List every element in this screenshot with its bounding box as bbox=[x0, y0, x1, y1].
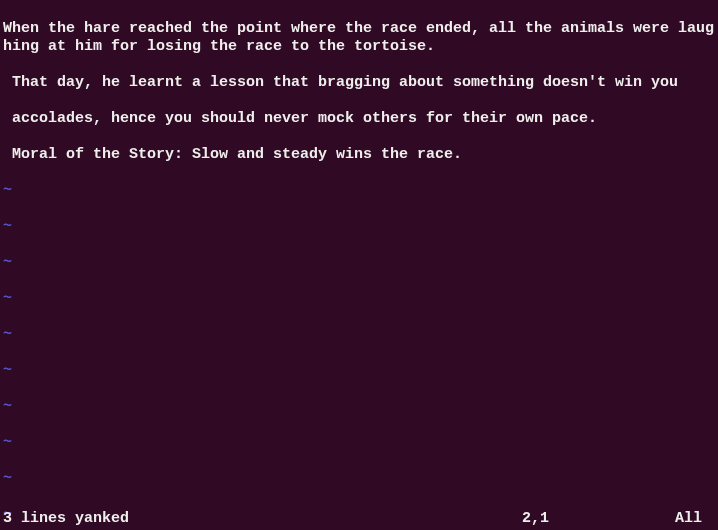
text-line: Moral of the Story: Slow and steady wins… bbox=[3, 146, 715, 164]
status-line: 3 lines yanked 2,1 All bbox=[0, 510, 718, 528]
empty-line-tilde: ~ bbox=[3, 326, 715, 344]
text-line: That day, he learnt a lesson that braggi… bbox=[3, 74, 715, 92]
scroll-indicator: All bbox=[675, 510, 702, 528]
editor-buffer[interactable]: When the hare reached the point where th… bbox=[0, 0, 718, 530]
empty-line-tilde: ~ bbox=[3, 434, 715, 452]
empty-line-tilde: ~ bbox=[3, 362, 715, 380]
empty-line-tilde: ~ bbox=[3, 254, 715, 272]
empty-line-tilde: ~ bbox=[3, 218, 715, 236]
empty-line-tilde: ~ bbox=[3, 290, 715, 308]
status-message: 3 lines yanked bbox=[3, 510, 129, 528]
empty-line-tilde: ~ bbox=[3, 470, 715, 488]
text-line: accolades, hence you should never mock o… bbox=[3, 110, 715, 128]
text-line: When the hare reached the point where th… bbox=[3, 20, 715, 56]
cursor-position: 2,1 bbox=[522, 510, 549, 528]
empty-line-tilde: ~ bbox=[3, 398, 715, 416]
empty-line-tilde: ~ bbox=[3, 182, 715, 200]
